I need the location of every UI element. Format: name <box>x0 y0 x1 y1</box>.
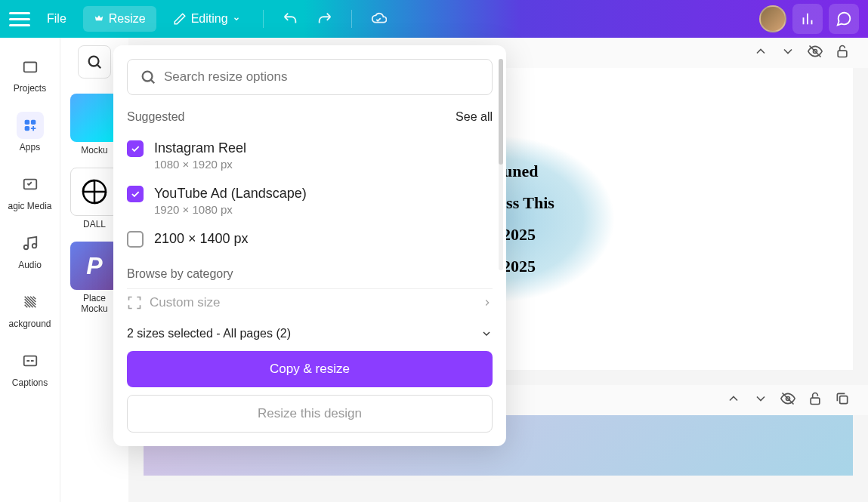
app-tile-dalle[interactable]: DALL <box>70 168 119 229</box>
resize-design-button[interactable]: Resize this design <box>127 395 493 433</box>
checkbox-checked-icon[interactable] <box>127 186 144 202</box>
comment-button[interactable] <box>829 4 859 34</box>
openai-icon <box>79 177 110 207</box>
svg-rect-3 <box>24 126 29 131</box>
topbar: File Resize Editing <box>0 0 868 38</box>
resize-option-custom-dim[interactable]: 2100 × 1400 px <box>127 223 493 255</box>
menu-icon[interactable] <box>9 8 30 29</box>
chevron-down-icon <box>480 328 493 340</box>
checkbox-unchecked-icon[interactable] <box>127 231 144 248</box>
app-tile-mockup[interactable]: Mocku <box>70 94 119 156</box>
avatar[interactable] <box>759 5 786 32</box>
chart-icon <box>799 11 816 27</box>
custom-size-row[interactable]: Custom size <box>127 288 493 316</box>
expand-down-icon[interactable] <box>780 44 798 62</box>
file-button[interactable]: File <box>36 6 77 32</box>
collapse-up-icon[interactable] <box>726 391 744 409</box>
collapse-up-icon[interactable] <box>753 44 771 62</box>
svg-rect-11 <box>838 51 847 57</box>
apps-icon <box>22 117 39 134</box>
resize-button[interactable]: Resize <box>83 6 156 32</box>
resize-popover: Suggested See all Instagram Reel 1080 × … <box>113 45 506 446</box>
svg-point-6 <box>32 244 36 248</box>
search-apps-button[interactable] <box>78 45 111 79</box>
search-icon <box>140 69 156 85</box>
svg-rect-14 <box>840 396 848 404</box>
svg-rect-0 <box>23 63 36 72</box>
expand-down-icon[interactable] <box>753 391 771 409</box>
eye-off-icon[interactable] <box>808 44 826 62</box>
sidebar-item-magic-media[interactable]: agic Media <box>0 162 60 220</box>
resize-option-instagram-reel[interactable]: Instagram Reel 1080 × 1920 px <box>127 133 493 178</box>
app-tile-place[interactable]: P Place Mocku <box>70 242 119 314</box>
sidebar-item-apps[interactable]: Apps <box>0 103 60 162</box>
crown-icon <box>94 14 104 24</box>
folder-icon <box>22 58 39 75</box>
see-all-link[interactable]: See all <box>456 110 493 124</box>
resize-arrows-icon <box>127 295 142 310</box>
duplicate-icon[interactable] <box>835 391 853 409</box>
browse-category-label: Browse by category <box>127 267 493 281</box>
svg-rect-2 <box>30 120 35 125</box>
sizes-selected-row[interactable]: 2 sizes selected - All pages (2) <box>127 316 493 351</box>
search-icon <box>86 54 103 70</box>
analytics-button[interactable] <box>792 4 823 34</box>
undo-icon[interactable] <box>282 11 298 27</box>
captions-icon <box>22 353 39 369</box>
search-resize-input[interactable] <box>164 69 480 85</box>
svg-point-5 <box>23 245 28 250</box>
svg-point-8 <box>89 57 99 66</box>
search-resize-container[interactable] <box>127 59 493 95</box>
eye-off-icon[interactable] <box>780 391 798 409</box>
editing-button[interactable]: Editing <box>162 6 251 32</box>
redo-icon[interactable] <box>317 11 333 27</box>
lock-icon[interactable] <box>835 44 853 62</box>
copy-resize-button[interactable]: Copy & resize <box>127 351 493 387</box>
scrollbar[interactable] <box>499 59 503 270</box>
pencil-icon <box>173 12 187 26</box>
music-icon <box>22 235 39 251</box>
sidebar-item-captions[interactable]: Captions <box>0 338 60 397</box>
sparkle-icon <box>22 176 39 192</box>
background-icon <box>22 294 39 310</box>
cloud-check-icon[interactable] <box>370 11 387 27</box>
sidebar-item-audio[interactable]: Audio <box>0 220 60 279</box>
chat-icon <box>836 11 852 27</box>
resize-option-youtube-ad[interactable]: YouTube Ad (Landscape) 1920 × 1080 px <box>127 178 493 223</box>
suggested-label: Suggested <box>127 110 185 124</box>
svg-rect-13 <box>811 398 820 404</box>
svg-rect-7 <box>23 356 36 366</box>
lock-open-icon[interactable] <box>808 391 826 409</box>
svg-point-15 <box>143 72 153 82</box>
sidebar-item-projects[interactable]: Projects <box>0 44 60 103</box>
chevron-down-icon <box>233 15 240 23</box>
svg-rect-1 <box>24 120 29 125</box>
chevron-right-icon <box>482 297 493 308</box>
checkbox-checked-icon[interactable] <box>127 140 144 157</box>
sidebar-item-background[interactable]: ackground <box>0 279 60 338</box>
sidebar: Projects Apps agic Media Audio ackground… <box>0 38 60 502</box>
